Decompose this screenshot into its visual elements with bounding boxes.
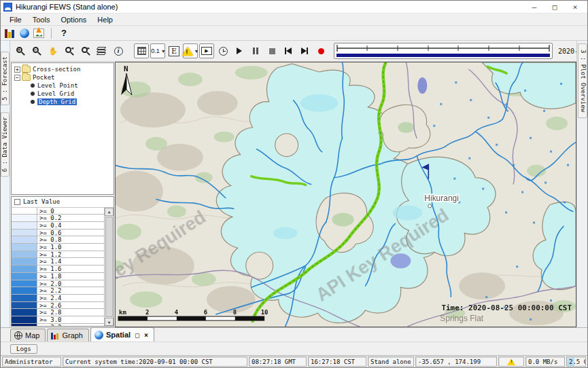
tab-graph[interactable]: Graph bbox=[47, 329, 89, 342]
legend-label: >= 2.6 bbox=[37, 302, 64, 309]
play-button[interactable] bbox=[232, 43, 247, 58]
database-icon[interactable] bbox=[5, 29, 16, 38]
tree-item-cross-section[interactable]: + Cross-section bbox=[14, 65, 114, 73]
zoom-next-button[interactable]: ▸ bbox=[78, 43, 93, 58]
legend-row[interactable]: >= 1.0 bbox=[12, 244, 104, 251]
menu-bar: File Tools Options Help bbox=[1, 14, 587, 26]
editor-button[interactable]: E bbox=[167, 43, 181, 58]
expand-icon[interactable]: + bbox=[14, 67, 20, 73]
legend-color-swatch bbox=[12, 324, 37, 326]
main-toolbar: ? bbox=[1, 26, 587, 41]
window-title: Hikurangi FEWS (Stand alone) bbox=[16, 3, 118, 11]
warnings-dropdown[interactable]: ▼ bbox=[183, 43, 198, 58]
bar-chart-icon bbox=[51, 332, 59, 339]
legend-row[interactable]: >= 3.2 bbox=[12, 324, 104, 326]
pan-hand-button[interactable]: ✋ bbox=[46, 43, 60, 58]
legend-color-swatch bbox=[12, 265, 37, 272]
tree-item-pocket[interactable]: − Pocket bbox=[14, 73, 114, 81]
timeseries-icon[interactable] bbox=[33, 29, 44, 38]
logs-button[interactable]: Logs bbox=[10, 344, 37, 354]
legend-row[interactable]: >= 1.4 bbox=[12, 258, 104, 265]
scroll-thumb[interactable] bbox=[105, 217, 113, 317]
zoom-in-button[interactable]: + bbox=[13, 43, 28, 58]
legend-label: >= 3.0 bbox=[37, 316, 64, 323]
legend-label: >= 2.2 bbox=[37, 287, 64, 294]
zoom-previous-button[interactable]: ◂ bbox=[62, 43, 77, 58]
tab-forecast[interactable]: 5 : Forecast bbox=[1, 52, 10, 105]
map-display-icon[interactable] bbox=[20, 29, 29, 38]
right-tab-strip: 3 : Plot Overview bbox=[576, 41, 587, 327]
tab-map[interactable]: Map bbox=[10, 329, 46, 342]
threshold-value: 0.1 bbox=[151, 48, 160, 54]
skip-start-button[interactable] bbox=[281, 43, 296, 58]
legend-label: >= 1.2 bbox=[37, 251, 64, 258]
pause-button[interactable] bbox=[248, 43, 263, 58]
svg-text:10: 10 bbox=[261, 309, 269, 316]
legend-row[interactable]: >= 0.6 bbox=[12, 229, 104, 237]
layer-tree: + Cross-section − Pocket Level Point bbox=[11, 62, 114, 195]
legend-row[interactable]: >= 0.8 bbox=[12, 236, 104, 244]
legend-label: >= 0.8 bbox=[37, 236, 64, 243]
legend-row[interactable]: >= 2.0 bbox=[12, 280, 104, 288]
legend-row[interactable]: >= 0.4 bbox=[12, 222, 104, 229]
tab-data-viewer[interactable]: 6 : Data Viewer bbox=[1, 112, 10, 177]
status-system-time: Current system time:2020-09-01 00:00 CST bbox=[63, 356, 247, 367]
time-settings-button[interactable] bbox=[215, 43, 230, 58]
chevron-down-icon: ▼ bbox=[161, 49, 166, 54]
legend-label: >= 2.8 bbox=[37, 309, 64, 316]
last-value-checkbox[interactable] bbox=[14, 199, 20, 205]
legend-row[interactable]: >= 2.2 bbox=[12, 287, 104, 295]
restore-pane-icon[interactable]: □ bbox=[135, 331, 139, 339]
legend-row[interactable]: >= 2.8 bbox=[12, 309, 104, 316]
legend-row[interactable]: >= 2.4 bbox=[12, 295, 104, 302]
menu-help[interactable]: Help bbox=[92, 15, 118, 24]
legend-row[interactable]: >= 3.0 bbox=[12, 316, 104, 324]
record-button[interactable] bbox=[313, 43, 328, 58]
scroll-down-icon[interactable]: ▼ bbox=[105, 318, 114, 326]
legend-row[interactable]: >= 1.8 bbox=[12, 273, 104, 280]
timeline-progress-bar bbox=[336, 54, 550, 57]
stop-button[interactable] bbox=[264, 43, 279, 58]
globe-icon bbox=[94, 331, 103, 339]
menu-options[interactable]: Options bbox=[56, 15, 91, 24]
tab-plot-overview[interactable]: 3 : Plot Overview bbox=[578, 43, 587, 118]
close-button[interactable]: × bbox=[566, 1, 585, 12]
legend-color-swatch bbox=[12, 280, 37, 287]
animation-display-button[interactable]: ▶ bbox=[199, 43, 214, 58]
legend-label: >= 1.4 bbox=[37, 258, 64, 265]
map-view[interactable]: API Key Required API Key Required N Hiku… bbox=[115, 62, 576, 327]
skip-end-button[interactable] bbox=[297, 43, 312, 58]
legend-scrollbar[interactable]: ▲ ▼ bbox=[104, 208, 114, 326]
chevron-down-icon: ▼ bbox=[194, 49, 199, 54]
legend-color-swatch bbox=[12, 302, 37, 309]
legend-label: >= 1.6 bbox=[37, 265, 64, 272]
legend-row[interactable]: >= 1.6 bbox=[12, 265, 104, 273]
tree-item-level-grid[interactable]: Level Grid bbox=[29, 90, 114, 98]
legend-row[interactable]: >= 0 bbox=[12, 208, 104, 215]
legend-row[interactable]: >= 2.6 bbox=[12, 302, 104, 310]
status-memory[interactable]: 2.5 GB bbox=[566, 356, 586, 367]
menu-tools[interactable]: Tools bbox=[28, 15, 55, 24]
collapse-icon[interactable]: − bbox=[14, 75, 20, 81]
legend-row[interactable]: >= 0.2 bbox=[12, 215, 104, 222]
tree-item-level-point[interactable]: Level Point bbox=[29, 81, 114, 90]
scroll-up-icon[interactable]: ▲ bbox=[105, 208, 114, 216]
minimize-button[interactable]: – bbox=[525, 1, 544, 12]
threshold-dropdown[interactable]: 0.1 ▼ bbox=[150, 43, 165, 58]
legend-row[interactable]: >= 1.2 bbox=[12, 251, 104, 259]
tree-item-depth-grid[interactable]: Depth Grid bbox=[29, 98, 114, 106]
info-button[interactable]: i bbox=[111, 43, 126, 58]
layers-button[interactable] bbox=[94, 43, 109, 58]
status-bar: Administrator Current system time:2020-0… bbox=[1, 355, 587, 367]
zoom-out-button[interactable]: − bbox=[29, 43, 44, 58]
grid-toggle-button[interactable] bbox=[134, 43, 149, 58]
svg-text:6: 6 bbox=[204, 309, 207, 316]
help-button[interactable]: ? bbox=[58, 28, 69, 38]
status-warning[interactable] bbox=[498, 356, 524, 367]
maximize-button[interactable]: □ bbox=[545, 1, 564, 12]
close-pane-icon[interactable]: × bbox=[144, 331, 148, 339]
menu-file[interactable]: File bbox=[5, 15, 27, 24]
tab-spatial[interactable]: Spatial □ × bbox=[90, 327, 154, 342]
svg-text:2: 2 bbox=[145, 309, 149, 316]
timeline-slider[interactable] bbox=[334, 43, 553, 59]
